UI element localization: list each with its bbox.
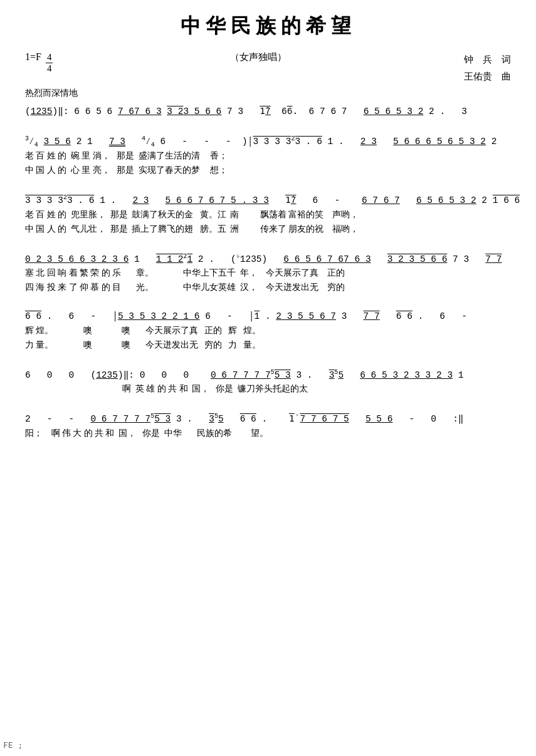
lyrics-row-3a: 老 百 姓 的 兜里胀， 那是 鼓满了秋天的金 黄。江 南 飘荡着 富裕的笑 声… (25, 208, 511, 222)
music-row-6: 6 0 0 (1235)‖: 0 0 0 0 6 7 7 7 755 3 3 .… (25, 368, 511, 397)
notation-row-4: 0 2 3 5 6 6 3 2 3 6 1 1 1 221 2 . (♭1235… (25, 252, 511, 267)
music-row-4: 0 2 3 5 6 6 3 2 3 6 1 1 1 221 2 . (♭1235… (25, 252, 511, 295)
notation-row-7: 2 - - 0 6 7 7 7 755 3 3 . 355 6 6 . 1̇ 7… (25, 412, 511, 427)
music-row-3: 3 3 3 323 . 6 1 . 2 3 5 6 6 7 6 7 5 . 3 … (25, 193, 511, 236)
lyrics-row-4b: 四 海 投 来 了 仰 慕 的 目 光。 中华儿女英雄 汉， 今天迸发出无 穷的 (25, 281, 511, 295)
lyrics-row-6a: 啊 英 雄 的 共 和 国， 你是 镰刀斧头托起的太 (25, 382, 511, 396)
notation-row-5: 6 6 . 6 - │5 3 5 3 2 2 1 6 6 - │1 . 2 3 … (25, 310, 511, 324)
footer-label: FE ; (3, 740, 23, 750)
notation-row-1: (1235)‖: 6 6 5 6 7 67 6 3 3 23 5 6 6 7 3… (25, 105, 511, 119)
title: 中华民族的希望 (25, 13, 511, 40)
lyrics-row-5b: 力 量。 噢 噢 今天迸发出无 穷的 力 量。 (25, 338, 511, 353)
key-label: 1=F (25, 51, 41, 63)
lyrics-row-7a: 阳； 啊 伟 大 的 共 和 国， 你是 中华 民族的希 望。 (25, 427, 511, 441)
vocal-type: （女声独唱） (53, 51, 464, 63)
notation-row-6: 6 0 0 (1235)‖: 0 0 0 0 6 7 7 7 755 3 3 .… (25, 368, 511, 383)
lyrics-row-3b: 中 国 人 的 气儿壮， 那是 插上了腾飞的翅 膀。五 洲 传来了 朋友的祝 福… (25, 222, 511, 237)
notation-row-2: 3⁄4 3 5 6 2 1 7 3 4⁄4 6 - - - )│3 3 3 32… (25, 134, 511, 150)
lyrics-row-4a: 塞 北 回 响 着 繁 荣 的 乐 章。 中华上下五千 年， 今天展示了真 正的 (25, 266, 511, 281)
lyrics-row-2a: 老 百 姓 的 碗 里 淌， 那是 盛满了生活的清 香； (25, 149, 511, 163)
music-row-1: (1235)‖: 6 6 5 6 7 67 6 3 3 23 5 6 6 7 3… (25, 105, 511, 119)
notation-row-3: 3 3 3 323 . 6 1 . 2 3 5 6 6 7 6 7 5 . 3 … (25, 193, 511, 208)
time-signature: 4 4 (46, 52, 53, 73)
header-area: 1=F 4 4 （女声独唱） 钟 兵 词 王佑贵 曲 热烈而深情地 (25, 51, 511, 99)
music-row-7: 2 - - 0 6 7 7 7 755 3 3 . 355 6 6 . 1̇ 7… (25, 412, 511, 441)
music-row-5: 6 6 . 6 - │5 3 5 3 2 2 1 6 6 - │1 . 2 3 … (25, 310, 511, 353)
lyrics-row-5a: 辉 煌。 噢 噢 今天展示了真 正的 辉 煌。 (25, 324, 511, 338)
music-row-2: 3⁄4 3 5 6 2 1 7 3 4⁄4 6 - - - )│3 3 3 32… (25, 134, 511, 179)
lyrics-row-2b: 中 国 人 的 心 里 亮， 那是 实现了春天的梦 想； (25, 163, 511, 178)
author: 钟 兵 词 王佑贵 曲 (464, 51, 511, 85)
key-time: 1=F 4 4 (25, 51, 53, 73)
tempo: 热烈而深情地 (25, 88, 511, 99)
